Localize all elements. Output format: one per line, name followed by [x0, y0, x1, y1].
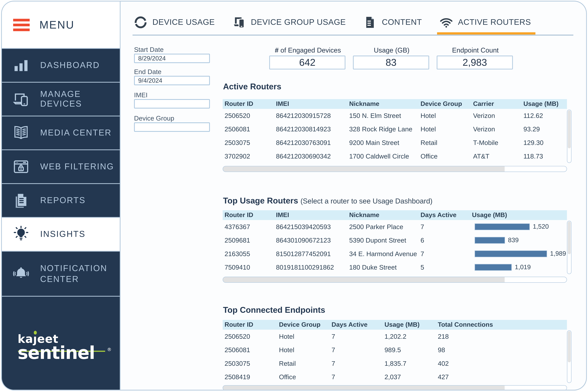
start-date-input[interactable]: [134, 54, 210, 63]
table-row: 2503075Retail 71,835.7 402: [223, 357, 567, 370]
usage-bar: [475, 237, 505, 244]
menu-header: MENU: [2, 1, 120, 48]
tab-label: DEVICE USAGE: [153, 17, 215, 27]
registered-mark: ®: [107, 347, 111, 352]
sidebar-item-label: NOTIFICATION CENTER: [40, 263, 120, 285]
sidebar-item-dashboard[interactable]: DASHBOARD: [2, 49, 120, 83]
usage-gb-value: 83: [353, 56, 429, 70]
tabbar-underline: [133, 35, 573, 36]
sidebar-item-web-filtering[interactable]: WEB FILTERING: [2, 150, 120, 184]
usage-gb-label: Usage (GB): [345, 46, 438, 54]
table-row[interactable]: 2509681864301090672123 5390 Dupont Stree…: [223, 234, 567, 247]
wifi-icon: [439, 15, 453, 29]
imei-label: IMEI: [134, 91, 148, 99]
top-connected-endpoints-table: Router IDDevice Group Days ActiveUsage (…: [223, 320, 567, 384]
top-connected-endpoints-title: Top Connected Endpoints: [223, 305, 325, 315]
table-row: 2506081Hotel 7989.5 98: [223, 343, 567, 357]
table-row[interactable]: 75094108019181100291862 180 Duke Street5…: [223, 261, 567, 274]
documents-icon: [11, 190, 31, 211]
sidebar-nav: DASHBOARD MANAGE DEVICES: [2, 48, 120, 390]
device-group-label: Device Group: [134, 114, 174, 122]
sidebar-item-label: MEDIA CENTER: [40, 128, 112, 138]
app-window: MENU DASHBOARD MANAGE DEVICES: [1, 1, 587, 391]
stage: MENU DASHBOARD MANAGE DEVICES: [0, 0, 588, 391]
logo-green-dot: [34, 331, 37, 335]
usage-bar: [475, 264, 512, 271]
table-row: 2506520Hotel 71,202.2 218: [223, 330, 567, 343]
sidebar-item-label: WEB FILTERING: [40, 162, 114, 172]
usage-bar: [475, 250, 547, 257]
menu-label: MENU: [39, 18, 75, 31]
endpoint-count-value: 2,983: [437, 56, 513, 70]
top-usage-subtitle: (Select a router to see Usage Dashboard): [300, 197, 433, 205]
sidebar: MENU DASHBOARD MANAGE DEVICES: [2, 1, 120, 390]
endpoints-hscrollbar[interactable]: [223, 385, 567, 391]
top-usage-vscrollbar[interactable]: [567, 221, 572, 274]
open-book-icon: [11, 123, 31, 143]
sidebar-item-label: DASHBOARD: [40, 60, 100, 70]
start-date-label: Start Date: [134, 46, 164, 54]
sidebar-item-label: MANAGE DEVICES: [40, 89, 120, 109]
active-routers-title: Active Routers: [223, 82, 281, 92]
hamburger-menu-icon[interactable]: [13, 18, 30, 31]
lightbulb-icon: [11, 224, 31, 244]
top-usage-routers-title: Top Usage Routers (Select a router to se…: [223, 196, 433, 206]
table-row: 2506520864212030915728 150 N. Elm Street…: [223, 109, 567, 122]
ring-icon: [134, 15, 148, 29]
top-usage-hscrollbar[interactable]: [223, 277, 567, 283]
device-group-input[interactable]: [134, 122, 210, 132]
tab-active-routers[interactable]: ACTIVE ROUTERS: [439, 10, 531, 34]
table-header: Router IDIMEI NicknameDevice Group Carri…: [223, 99, 567, 109]
active-routers-table: Router IDIMEI NicknameDevice Group Carri…: [223, 99, 567, 163]
sidebar-item-label: REPORTS: [40, 196, 86, 205]
table-row: 2503075864212030763091 9200 Main StreetR…: [223, 136, 567, 150]
table-header: Router IDDevice Group Days ActiveUsage (…: [223, 320, 567, 330]
sidebar-item-label: INSIGHTS: [40, 229, 86, 239]
engaged-devices-label: # of Engaged Devices: [261, 46, 355, 54]
endpoint-count-label: Endpoint Count: [428, 46, 522, 54]
kajeet-sentinel-logo: kaȷeet sentinel ®: [18, 332, 110, 371]
devices-icon: [11, 89, 31, 109]
tab-label: DEVICE GROUP USAGE: [251, 17, 346, 27]
logo-sentinel-text: sentinel: [18, 342, 95, 363]
sidebar-item-reports[interactable]: REPORTS: [2, 184, 120, 218]
bar-chart-icon: [11, 55, 31, 76]
bell-icon: [11, 264, 31, 284]
table-row: 3702902864212030690342 1700 Caldwell Cir…: [223, 149, 567, 163]
active-routers-hscrollbar[interactable]: [223, 166, 567, 172]
usage-bar: [475, 223, 530, 230]
tab-label: CONTENT: [382, 17, 422, 27]
table-row: 2506081864212030814923 328 Rock Ridge La…: [223, 122, 567, 136]
sidebar-item-insights[interactable]: INSIGHTS: [2, 218, 120, 252]
imei-input[interactable]: [134, 99, 210, 108]
engaged-devices-value: 642: [269, 56, 345, 70]
sidebar-item-notification-center[interactable]: NOTIFICATION CENTER: [2, 252, 120, 296]
end-date-label: End Date: [134, 68, 161, 76]
endpoints-vscrollbar[interactable]: [567, 330, 572, 383]
tab-device-group-usage[interactable]: DEVICE GROUP USAGE: [232, 10, 346, 34]
table-row[interactable]: 4376367864215039420593 2500 Parker Place…: [223, 220, 567, 234]
active-routers-vscrollbar[interactable]: [567, 110, 572, 163]
sidebar-item-media-center[interactable]: MEDIA CENTER: [2, 116, 120, 150]
document-icon: [363, 15, 377, 29]
tab-label: ACTIVE ROUTERS: [458, 17, 531, 27]
device-group-icon: [232, 15, 246, 29]
table-header: Router IDIMEI NicknameDays Active Usage …: [223, 210, 567, 220]
tab-device-usage[interactable]: DEVICE USAGE: [134, 10, 215, 34]
browser-lock-icon: [11, 157, 31, 177]
table-row: 2508419Office 72,037 427: [223, 370, 567, 384]
table-row[interactable]: 2163055815012877452091 34 E. Harmond Ave…: [223, 247, 567, 261]
end-date-input[interactable]: [134, 76, 210, 85]
report-tabbar: DEVICE USAGE DEVICE GROUP USAGE CONTENT: [134, 10, 531, 34]
tab-content[interactable]: CONTENT: [363, 10, 422, 34]
sidebar-item-manage-devices[interactable]: MANAGE DEVICES: [2, 83, 120, 116]
top-usage-routers-table: Router IDIMEI NicknameDays Active Usage …: [223, 210, 567, 274]
